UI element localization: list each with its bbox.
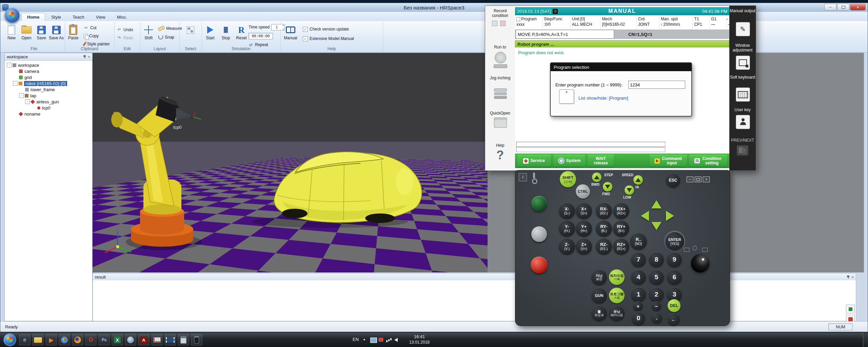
viewport-3d[interactable]: tcp0 [93, 53, 488, 272]
keypad-minimize-button[interactable]: ─ [687, 177, 693, 182]
tree-item-camera[interactable]: camera [5, 68, 92, 74]
taskbar-icon-media-player-2[interactable] [125, 334, 136, 346]
backspace-button[interactable]: ← [668, 313, 680, 325]
taskbar-icon-calculator[interactable] [178, 334, 189, 346]
motor-on-button[interactable] [531, 196, 547, 211]
tree-item-noname[interactable]: noname [5, 111, 92, 117]
dialog-title[interactable]: Program selection [551, 63, 691, 71]
tab-home[interactable]: Home [21, 13, 45, 21]
pendant-menu-t1[interactable]: T1CP1 [693, 15, 710, 29]
taskbar-icon-acrobat[interactable]: A [138, 334, 150, 346]
taskbar-icon-paint[interactable] [151, 334, 163, 346]
result-panel-body[interactable] [93, 280, 856, 321]
jog-z-plus-button[interactable]: Z+(V+) [576, 238, 592, 254]
redo-button[interactable]: ↷Redo [117, 35, 133, 41]
tray-volume-icon[interactable] [394, 338, 398, 342]
stop-button[interactable]: Stop [218, 24, 234, 40]
start-button[interactable] [3, 333, 16, 346]
system-button[interactable]: System [553, 155, 585, 167]
jog-rx-plus-button[interactable]: RX+(R2+) [613, 203, 629, 219]
tab-view[interactable]: View [91, 13, 111, 21]
dpad-down-button[interactable] [651, 222, 662, 230]
maximize-button[interactable] [837, 4, 849, 11]
bwd-button[interactable] [592, 172, 601, 182]
quickopen-button[interactable]: QuickOpen [485, 111, 515, 116]
del-button[interactable]: DEL [668, 299, 680, 312]
start-button[interactable]: Start [202, 24, 218, 40]
digit-6-button[interactable]: 6 [667, 270, 682, 285]
new-button[interactable]: New [4, 24, 19, 40]
gun-button[interactable]: GUN [591, 288, 607, 303]
pendant-input-bar-1[interactable] [516, 142, 665, 147]
taskbar-icon-excel[interactable]: X [112, 334, 123, 346]
pendant-menu-mech[interactable]: Mech[0]HS165-02 [600, 15, 636, 29]
prev-next-button[interactable]: PREV/NEXT [729, 138, 756, 143]
cut-button[interactable]: ✂Cut [84, 24, 97, 31]
jog-y-plus-button[interactable]: Y+(H+) [576, 220, 592, 237]
pin-icon[interactable] [83, 55, 86, 59]
fwd-button[interactable] [603, 182, 612, 191]
ctrl-button[interactable]: CTRL [576, 184, 590, 199]
run-to-button[interactable]: Run to [485, 45, 515, 49]
expander-icon[interactable]: - [7, 63, 12, 67]
pendant-menu-g1[interactable]: G1— [710, 15, 727, 29]
condition-setting-button[interactable]: Condition setting [689, 155, 727, 167]
tray-expand-caret[interactable]: ▲ [363, 338, 366, 341]
program-step-button[interactable]: 프로그램스텝 [609, 288, 625, 303]
dpad-left-button[interactable] [641, 211, 649, 221]
info-button[interactable]: i [519, 173, 527, 181]
jog-rz-minus-button[interactable]: RZ-(R1-) [596, 238, 612, 254]
digit-9-button[interactable]: 9 [667, 252, 682, 267]
pendant-menu-crd[interactable]: CrdJOINT [637, 15, 659, 29]
tree-item-robot[interactable]: -robot (HS165-02) [0] [5, 80, 92, 86]
keypad-restore-button[interactable] [695, 177, 702, 182]
jog-inching-icon[interactable] [494, 88, 507, 91]
expander-icon[interactable]: - [25, 99, 30, 104]
move-command-box[interactable]: MOVE P,S=60%,A=3,T=1 [516, 30, 614, 39]
speed-low-button[interactable] [625, 185, 634, 195]
application-menu-orb[interactable] [4, 8, 20, 23]
jog-x-minus-button[interactable]: X-(S-) [559, 203, 575, 219]
user-key-icon[interactable] [736, 115, 750, 129]
taskbar-icon-chrome[interactable] [59, 334, 70, 346]
help-button[interactable]: Help [485, 143, 515, 148]
tree-item-workspace[interactable]: -workspace [5, 62, 92, 68]
side-button-export[interactable] [846, 305, 855, 313]
viewport-3d-scene[interactable] [93, 53, 488, 272]
taskbar-icon-opera[interactable]: O [85, 334, 97, 346]
save-button[interactable]: Save [34, 24, 49, 40]
keypad-close-button[interactable]: × [703, 177, 710, 182]
run-to-stamp-icon[interactable] [494, 52, 507, 69]
enter-yes-button[interactable]: ENTER[YES] [665, 232, 684, 251]
digit-8-button[interactable]: 8 [649, 252, 664, 267]
expander-icon[interactable]: - [19, 93, 24, 98]
shift-button[interactable]: Shift [141, 24, 156, 40]
panel-close-icon[interactable]: × [88, 55, 90, 59]
jog-rx-minus-button[interactable]: RX-(R2-) [596, 203, 612, 219]
tree-item-tap[interactable]: -tap [5, 93, 92, 99]
digit-4-button[interactable]: 4 [631, 270, 646, 285]
dot-button[interactable]: . [651, 312, 662, 323]
digit-2-button[interactable]: 2 [649, 287, 664, 302]
taskbar-icon-internet-explorer[interactable]: e [19, 334, 31, 346]
manual-output-icon[interactable]: ✎ [736, 22, 750, 36]
pendant-menu-manspd[interactable]: Man. spd‹ 200mm/s [659, 15, 693, 29]
r-no-button[interactable]: R..[NO] [630, 233, 647, 250]
soft-keyboard-button[interactable]: Soft keyboard [729, 75, 756, 80]
soft-keyboard-icon[interactable] [736, 87, 750, 102]
dialog-option-button[interactable]: * [559, 89, 574, 104]
help-question-icon[interactable]: ? [485, 148, 515, 162]
quickopen-icon[interactable] [494, 118, 507, 128]
pendant-menu-program[interactable]: Programxxxx [515, 15, 542, 29]
jog-inching-button[interactable]: Jog inching [485, 76, 515, 80]
measure-button[interactable]: Measure [158, 25, 182, 32]
taskbar-icon-explorer[interactable] [32, 334, 44, 346]
paste-button[interactable]: Paste [65, 24, 81, 40]
show-desktop-button[interactable] [863, 332, 868, 347]
emergency-stop-button[interactable] [531, 257, 548, 273]
unit-mechanism-button[interactable]: 유닛메카니즘 [609, 305, 625, 321]
tab-misc[interactable]: Misc. [112, 13, 133, 21]
taskbar-icon-photoshop[interactable]: Ps [98, 334, 110, 346]
digit-1-button[interactable]: 1 [631, 287, 646, 302]
taskbar-icon-video-editor[interactable] [164, 334, 176, 346]
